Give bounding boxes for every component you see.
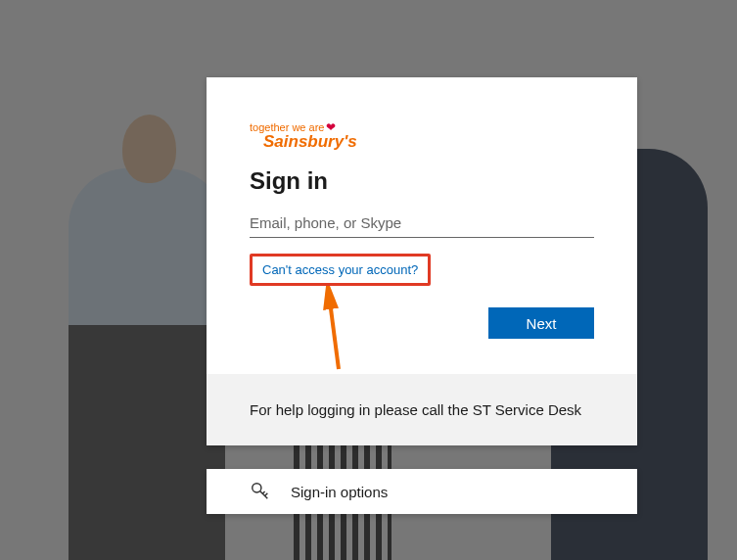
logo-brand: Sainsbury's	[263, 132, 594, 152]
brand-logo: together we are ❤ Sainsbury's	[250, 120, 594, 152]
signin-options-button[interactable]: Sign-in options	[207, 469, 637, 514]
username-input[interactable]	[250, 209, 594, 238]
svg-line-3	[262, 491, 264, 493]
help-banner: For help logging in please call the ST S…	[207, 374, 637, 445]
svg-point-0	[253, 484, 261, 492]
signin-dialog: together we are ❤ Sainsbury's Sign in Ca…	[207, 77, 637, 445]
annotation-highlight: Can't access your account?	[250, 254, 431, 286]
key-icon	[250, 481, 271, 502]
next-button[interactable]: Next	[488, 307, 594, 339]
signin-options-label: Sign-in options	[291, 484, 388, 500]
svg-line-2	[265, 493, 268, 496]
page-title: Sign in	[250, 167, 594, 195]
cant-access-account-link[interactable]: Can't access your account?	[256, 258, 424, 281]
